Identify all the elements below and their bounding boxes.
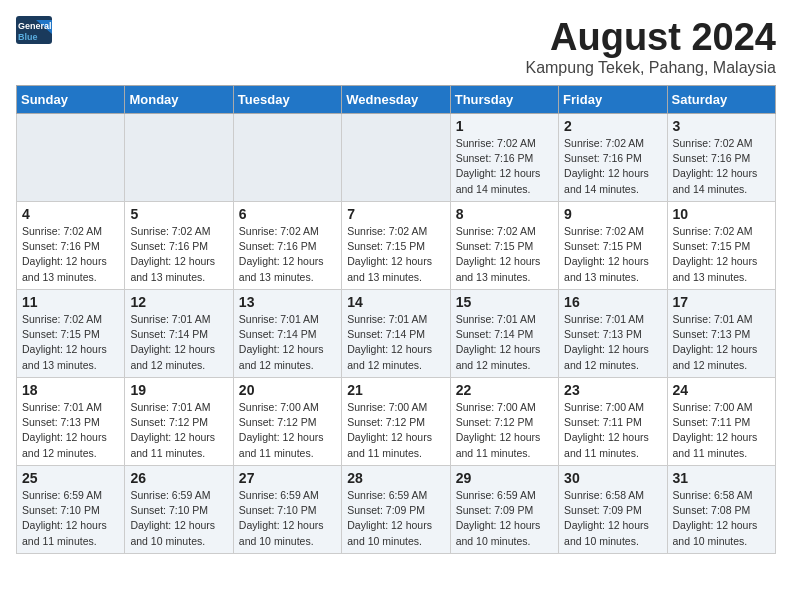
title-area: August 2024 Kampung Tekek, Pahang, Malay… — [525, 16, 776, 77]
calendar-cell: 26Sunrise: 6:59 AMSunset: 7:10 PMDayligh… — [125, 466, 233, 554]
day-number: 15 — [456, 294, 553, 310]
calendar-cell: 21Sunrise: 7:00 AMSunset: 7:12 PMDayligh… — [342, 378, 450, 466]
calendar-cell: 28Sunrise: 6:59 AMSunset: 7:09 PMDayligh… — [342, 466, 450, 554]
calendar-cell — [342, 114, 450, 202]
day-header-tuesday: Tuesday — [233, 86, 341, 114]
day-info: Sunrise: 6:59 AMSunset: 7:10 PMDaylight:… — [239, 488, 336, 549]
day-number: 16 — [564, 294, 661, 310]
page-header: General Blue August 2024 Kampung Tekek, … — [16, 16, 776, 77]
day-info: Sunrise: 7:01 AMSunset: 7:14 PMDaylight:… — [239, 312, 336, 373]
day-number: 29 — [456, 470, 553, 486]
calendar-cell: 6Sunrise: 7:02 AMSunset: 7:16 PMDaylight… — [233, 202, 341, 290]
calendar-cell: 5Sunrise: 7:02 AMSunset: 7:16 PMDaylight… — [125, 202, 233, 290]
logo: General Blue — [16, 16, 52, 44]
location: Kampung Tekek, Pahang, Malaysia — [525, 59, 776, 77]
day-number: 31 — [673, 470, 770, 486]
day-number: 24 — [673, 382, 770, 398]
calendar-cell: 30Sunrise: 6:58 AMSunset: 7:09 PMDayligh… — [559, 466, 667, 554]
day-info: Sunrise: 7:01 AMSunset: 7:14 PMDaylight:… — [130, 312, 227, 373]
day-info: Sunrise: 7:02 AMSunset: 7:16 PMDaylight:… — [673, 136, 770, 197]
calendar-week-row: 11Sunrise: 7:02 AMSunset: 7:15 PMDayligh… — [17, 290, 776, 378]
calendar-cell: 7Sunrise: 7:02 AMSunset: 7:15 PMDaylight… — [342, 202, 450, 290]
day-number: 30 — [564, 470, 661, 486]
day-info: Sunrise: 6:59 AMSunset: 7:10 PMDaylight:… — [130, 488, 227, 549]
day-info: Sunrise: 7:01 AMSunset: 7:13 PMDaylight:… — [564, 312, 661, 373]
day-info: Sunrise: 7:00 AMSunset: 7:12 PMDaylight:… — [239, 400, 336, 461]
day-number: 18 — [22, 382, 119, 398]
calendar-header-row: SundayMondayTuesdayWednesdayThursdayFrid… — [17, 86, 776, 114]
day-number: 8 — [456, 206, 553, 222]
day-info: Sunrise: 7:02 AMSunset: 7:16 PMDaylight:… — [456, 136, 553, 197]
day-number: 14 — [347, 294, 444, 310]
day-info: Sunrise: 7:02 AMSunset: 7:15 PMDaylight:… — [22, 312, 119, 373]
calendar-cell: 22Sunrise: 7:00 AMSunset: 7:12 PMDayligh… — [450, 378, 558, 466]
day-number: 23 — [564, 382, 661, 398]
calendar-cell: 9Sunrise: 7:02 AMSunset: 7:15 PMDaylight… — [559, 202, 667, 290]
calendar-cell: 12Sunrise: 7:01 AMSunset: 7:14 PMDayligh… — [125, 290, 233, 378]
day-header-thursday: Thursday — [450, 86, 558, 114]
day-number: 13 — [239, 294, 336, 310]
day-info: Sunrise: 7:00 AMSunset: 7:12 PMDaylight:… — [456, 400, 553, 461]
day-info: Sunrise: 7:01 AMSunset: 7:13 PMDaylight:… — [673, 312, 770, 373]
calendar-cell: 25Sunrise: 6:59 AMSunset: 7:10 PMDayligh… — [17, 466, 125, 554]
calendar-cell — [17, 114, 125, 202]
calendar-cell: 31Sunrise: 6:58 AMSunset: 7:08 PMDayligh… — [667, 466, 775, 554]
day-number: 7 — [347, 206, 444, 222]
month-title: August 2024 — [525, 16, 776, 59]
calendar-cell: 18Sunrise: 7:01 AMSunset: 7:13 PMDayligh… — [17, 378, 125, 466]
day-header-wednesday: Wednesday — [342, 86, 450, 114]
calendar-cell: 13Sunrise: 7:01 AMSunset: 7:14 PMDayligh… — [233, 290, 341, 378]
calendar-cell: 10Sunrise: 7:02 AMSunset: 7:15 PMDayligh… — [667, 202, 775, 290]
calendar-week-row: 4Sunrise: 7:02 AMSunset: 7:16 PMDaylight… — [17, 202, 776, 290]
day-info: Sunrise: 7:02 AMSunset: 7:16 PMDaylight:… — [239, 224, 336, 285]
calendar-cell: 23Sunrise: 7:00 AMSunset: 7:11 PMDayligh… — [559, 378, 667, 466]
day-info: Sunrise: 6:58 AMSunset: 7:09 PMDaylight:… — [564, 488, 661, 549]
day-number: 20 — [239, 382, 336, 398]
calendar-cell: 11Sunrise: 7:02 AMSunset: 7:15 PMDayligh… — [17, 290, 125, 378]
day-number: 9 — [564, 206, 661, 222]
day-header-saturday: Saturday — [667, 86, 775, 114]
day-header-sunday: Sunday — [17, 86, 125, 114]
calendar-cell: 4Sunrise: 7:02 AMSunset: 7:16 PMDaylight… — [17, 202, 125, 290]
day-number: 19 — [130, 382, 227, 398]
day-number: 28 — [347, 470, 444, 486]
day-header-monday: Monday — [125, 86, 233, 114]
day-info: Sunrise: 6:59 AMSunset: 7:09 PMDaylight:… — [347, 488, 444, 549]
calendar-cell: 8Sunrise: 7:02 AMSunset: 7:15 PMDaylight… — [450, 202, 558, 290]
day-number: 27 — [239, 470, 336, 486]
day-info: Sunrise: 7:02 AMSunset: 7:15 PMDaylight:… — [564, 224, 661, 285]
calendar-cell: 24Sunrise: 7:00 AMSunset: 7:11 PMDayligh… — [667, 378, 775, 466]
day-info: Sunrise: 7:02 AMSunset: 7:16 PMDaylight:… — [22, 224, 119, 285]
day-info: Sunrise: 6:59 AMSunset: 7:10 PMDaylight:… — [22, 488, 119, 549]
day-number: 21 — [347, 382, 444, 398]
day-info: Sunrise: 7:01 AMSunset: 7:14 PMDaylight:… — [456, 312, 553, 373]
day-info: Sunrise: 7:02 AMSunset: 7:16 PMDaylight:… — [130, 224, 227, 285]
day-number: 11 — [22, 294, 119, 310]
svg-text:General: General — [18, 21, 52, 31]
day-info: Sunrise: 7:02 AMSunset: 7:16 PMDaylight:… — [564, 136, 661, 197]
calendar-cell: 27Sunrise: 6:59 AMSunset: 7:10 PMDayligh… — [233, 466, 341, 554]
calendar-cell: 16Sunrise: 7:01 AMSunset: 7:13 PMDayligh… — [559, 290, 667, 378]
day-number: 3 — [673, 118, 770, 134]
day-info: Sunrise: 7:00 AMSunset: 7:12 PMDaylight:… — [347, 400, 444, 461]
calendar-week-row: 25Sunrise: 6:59 AMSunset: 7:10 PMDayligh… — [17, 466, 776, 554]
calendar-cell: 14Sunrise: 7:01 AMSunset: 7:14 PMDayligh… — [342, 290, 450, 378]
day-number: 17 — [673, 294, 770, 310]
day-info: Sunrise: 7:02 AMSunset: 7:15 PMDaylight:… — [347, 224, 444, 285]
calendar-cell: 20Sunrise: 7:00 AMSunset: 7:12 PMDayligh… — [233, 378, 341, 466]
calendar-week-row: 18Sunrise: 7:01 AMSunset: 7:13 PMDayligh… — [17, 378, 776, 466]
day-info: Sunrise: 7:02 AMSunset: 7:15 PMDaylight:… — [456, 224, 553, 285]
calendar-cell: 19Sunrise: 7:01 AMSunset: 7:12 PMDayligh… — [125, 378, 233, 466]
day-info: Sunrise: 6:58 AMSunset: 7:08 PMDaylight:… — [673, 488, 770, 549]
day-number: 12 — [130, 294, 227, 310]
calendar-cell: 1Sunrise: 7:02 AMSunset: 7:16 PMDaylight… — [450, 114, 558, 202]
day-number: 4 — [22, 206, 119, 222]
svg-text:Blue: Blue — [18, 32, 38, 42]
day-number: 25 — [22, 470, 119, 486]
day-info: Sunrise: 7:01 AMSunset: 7:12 PMDaylight:… — [130, 400, 227, 461]
day-number: 22 — [456, 382, 553, 398]
calendar-cell — [125, 114, 233, 202]
day-number: 2 — [564, 118, 661, 134]
calendar-cell: 3Sunrise: 7:02 AMSunset: 7:16 PMDaylight… — [667, 114, 775, 202]
day-info: Sunrise: 7:01 AMSunset: 7:13 PMDaylight:… — [22, 400, 119, 461]
